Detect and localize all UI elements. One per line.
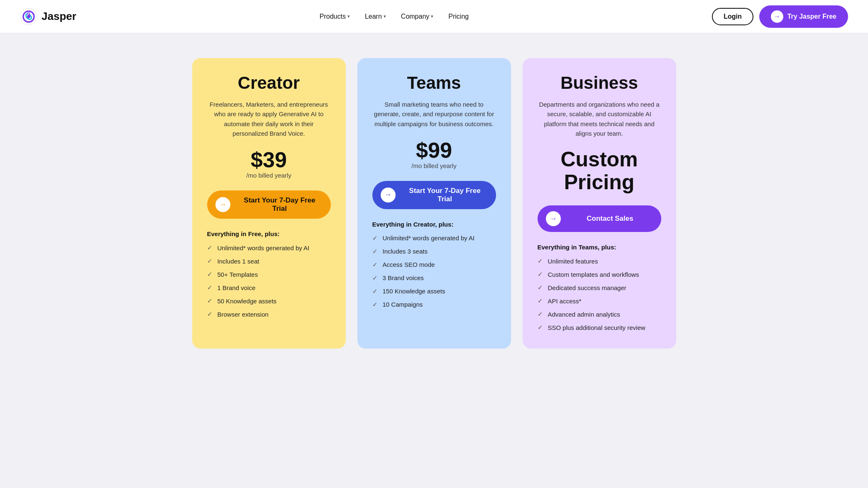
try-free-label: Try Jasper Free xyxy=(787,13,836,20)
check-icon: ✓ xyxy=(207,257,213,265)
check-icon: ✓ xyxy=(538,324,543,331)
check-icon: ✓ xyxy=(372,301,378,308)
teams-features-list: ✓ Unlimited* words generated by AI ✓ Inc… xyxy=(372,234,496,308)
check-icon: ✓ xyxy=(372,261,378,268)
list-item: ✓ Includes 3 seats xyxy=(372,248,496,255)
creator-price: $39 xyxy=(207,148,331,172)
nav-item-products[interactable]: Products ▾ xyxy=(320,13,350,20)
list-item: ✓ Advanced admin analytics xyxy=(538,310,661,318)
check-icon: ✓ xyxy=(372,274,378,282)
list-item: ✓ Unlimited* words generated by AI xyxy=(207,244,331,251)
business-title: Business xyxy=(538,73,661,93)
svg-point-4 xyxy=(28,12,30,15)
arrow-icon: → xyxy=(771,10,783,23)
teams-price-period: /mo billed yearly xyxy=(372,162,496,169)
login-button[interactable]: Login xyxy=(712,8,753,25)
list-item: ✓ SSO plus additional security review xyxy=(538,324,661,331)
nav-products-label: Products xyxy=(320,13,346,20)
teams-includes-heading: Everything in Creator, plus: xyxy=(372,221,496,228)
check-icon: ✓ xyxy=(207,310,213,318)
list-item: ✓ Dedicated success manager xyxy=(538,284,661,291)
chevron-down-icon: ▾ xyxy=(384,14,386,19)
check-icon: ✓ xyxy=(207,271,213,278)
creator-plan-card: Creator Freelancers, Marketers, and entr… xyxy=(192,58,346,349)
nav-learn-label: Learn xyxy=(365,13,382,20)
teams-title: Teams xyxy=(372,73,496,93)
teams-cta-label: Start Your 7-Day Free Trial xyxy=(402,187,488,203)
list-item: ✓ 1 Brand voice xyxy=(207,284,331,291)
business-description: Departments and organizations who need a… xyxy=(538,100,661,138)
nav-item-pricing[interactable]: Pricing xyxy=(448,13,469,20)
business-cta-button[interactable]: → Contact Sales xyxy=(538,205,661,232)
teams-plan-card: Teams Small marketing teams who need to … xyxy=(357,58,511,349)
logo-link[interactable]: Jasper xyxy=(20,8,76,25)
creator-cta-label: Start Your 7-Day Free Trial xyxy=(237,196,323,213)
list-item: ✓ 10 Campaigns xyxy=(372,301,496,308)
teams-cta-button[interactable]: → Start Your 7-Day Free Trial xyxy=(372,181,496,209)
business-cta-label: Contact Sales xyxy=(567,215,653,223)
creator-features-list: ✓ Unlimited* words generated by AI ✓ Inc… xyxy=(207,244,331,318)
list-item: ✓ Browser extension xyxy=(207,310,331,318)
list-item: ✓ Custom templates and workflows xyxy=(538,271,661,278)
list-item: ✓ 150 Knowledge assets xyxy=(372,288,496,295)
list-item: ✓ Access SEO mode xyxy=(372,261,496,268)
pricing-section: Creator Freelancers, Marketers, and entr… xyxy=(0,33,868,373)
check-icon: ✓ xyxy=(538,284,543,291)
chevron-down-icon: ▾ xyxy=(431,14,433,19)
creator-includes-heading: Everything in Free, plus: xyxy=(207,230,331,237)
navbar: Jasper Products ▾ Learn ▾ Company ▾ Pric… xyxy=(0,0,868,33)
check-icon: ✓ xyxy=(538,257,543,265)
logo-icon xyxy=(20,8,37,25)
nav-item-learn[interactable]: Learn ▾ xyxy=(365,13,386,20)
nav-actions: Login → Try Jasper Free xyxy=(712,5,848,28)
nav-links: Products ▾ Learn ▾ Company ▾ Pricing xyxy=(320,13,469,20)
nav-pricing-label: Pricing xyxy=(448,13,469,20)
logo-text: Jasper xyxy=(42,10,76,23)
check-icon: ✓ xyxy=(207,297,213,305)
svg-point-3 xyxy=(27,15,30,18)
list-item: ✓ 3 Brand voices xyxy=(372,274,496,282)
check-icon: ✓ xyxy=(372,248,378,255)
list-item: ✓ 50+ Templates xyxy=(207,271,331,278)
try-free-button[interactable]: → Try Jasper Free xyxy=(759,5,848,28)
business-plan-card: Business Departments and organizations w… xyxy=(523,58,676,349)
nav-company-label: Company xyxy=(401,13,429,20)
business-features-list: ✓ Unlimited features ✓ Custom templates … xyxy=(538,257,661,331)
creator-price-period: /mo billed yearly xyxy=(207,172,331,179)
nav-item-company[interactable]: Company ▾ xyxy=(401,13,433,20)
creator-description: Freelancers, Marketers, and entrepreneur… xyxy=(207,100,331,138)
chevron-down-icon: ▾ xyxy=(347,14,350,19)
check-icon: ✓ xyxy=(372,234,378,242)
check-icon: ✓ xyxy=(372,288,378,295)
teams-price: $99 xyxy=(372,139,496,162)
list-item: ✓ Includes 1 seat xyxy=(207,257,331,265)
teams-arrow-icon: → xyxy=(381,188,396,203)
list-item: ✓ API access* xyxy=(538,297,661,305)
business-price: Custom Pricing xyxy=(538,148,661,194)
list-item: ✓ 50 Knowledge assets xyxy=(207,297,331,305)
check-icon: ✓ xyxy=(207,284,213,291)
creator-cta-button[interactable]: → Start Your 7-Day Free Trial xyxy=(207,190,331,219)
teams-description: Small marketing teams who need to genera… xyxy=(372,100,496,129)
check-icon: ✓ xyxy=(207,244,213,251)
list-item: ✓ Unlimited* words generated by AI xyxy=(372,234,496,242)
business-arrow-icon: → xyxy=(546,211,561,226)
list-item: ✓ Unlimited features xyxy=(538,257,661,265)
check-icon: ✓ xyxy=(538,271,543,278)
check-icon: ✓ xyxy=(538,297,543,305)
business-includes-heading: Everything in Teams, plus: xyxy=(538,244,661,251)
creator-title: Creator xyxy=(207,73,331,93)
creator-arrow-icon: → xyxy=(215,197,230,212)
check-icon: ✓ xyxy=(538,310,543,318)
